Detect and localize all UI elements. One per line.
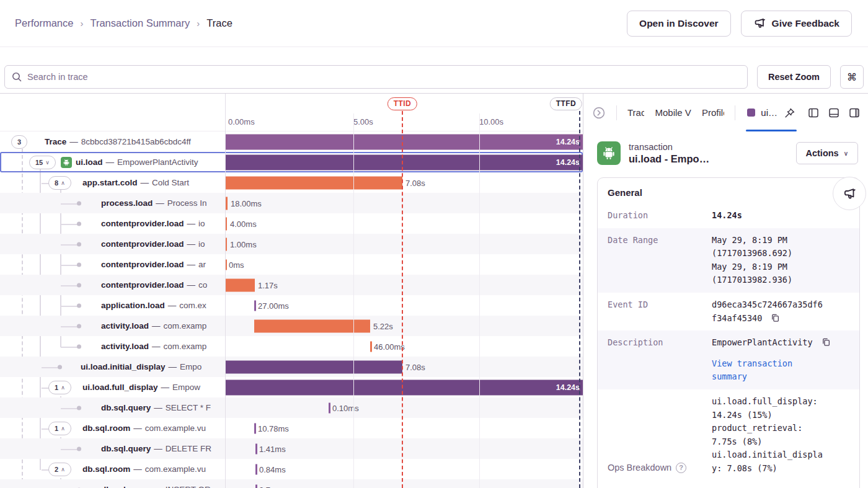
layout-bottom-icon[interactable] xyxy=(828,107,840,119)
reset-zoom-button[interactable]: Reset Zoom xyxy=(757,65,831,89)
separator: — xyxy=(187,280,196,290)
span-tick[interactable] xyxy=(255,443,257,454)
breadcrumb-transaction-summary[interactable]: Transaction Summary xyxy=(90,17,190,29)
view-transaction-summary-link[interactable]: View transaction summary xyxy=(712,357,822,384)
drawer-tabs: Trace Mobile Vit… Profiles ui… xyxy=(583,94,868,131)
pin-tab-icon[interactable] xyxy=(783,107,795,119)
leaf-dot xyxy=(77,446,81,451)
trace-row[interactable]: 8∧app.start.cold—Cold Start7.08s xyxy=(0,172,583,193)
open-in-discover-button[interactable]: Open in Discover xyxy=(627,11,730,37)
tree-cell: 1∧db.sql.room—com.example.vu xyxy=(0,418,225,438)
span-tick[interactable] xyxy=(329,402,330,413)
span-tick[interactable] xyxy=(255,464,257,474)
trace-row[interactable]: db.sql.query—DELETE FR1.41ms xyxy=(0,438,583,459)
trace-row[interactable]: activity.load—com.examp5.22s xyxy=(0,316,583,336)
span-bar[interactable] xyxy=(225,176,402,189)
span-label: contentprovider.load—ar xyxy=(101,254,206,275)
tab-mobile-vitals[interactable]: Mobile Vit… xyxy=(655,107,691,118)
trace-row[interactable]: db.sql.query—SELECT * F0.10ms xyxy=(0,397,583,418)
trace-row[interactable]: contentprovider.load—io1.00ms xyxy=(0,234,583,254)
breadcrumb-performance[interactable]: Performance xyxy=(15,17,73,29)
trace-row[interactable]: contentprovider.load—co1.17s xyxy=(0,275,583,295)
tree-cell: contentprovider.load—io xyxy=(0,213,225,234)
trace-row[interactable]: ui.load.initial_display—Empo7.08s xyxy=(0,357,583,377)
trace-row[interactable]: activity.load—com.examp46.00ms xyxy=(0,336,583,357)
span-count-pill[interactable]: 3 xyxy=(11,135,27,149)
copy-icon[interactable] xyxy=(771,313,780,322)
ttfd-badge[interactable]: TTFD xyxy=(550,97,582,110)
ops-breakdown-row: Ops Breakdown ? ui.load.full_display: 14… xyxy=(598,389,859,481)
tree-cell: activity.load—com.examp xyxy=(0,316,225,336)
trace-waterfall: 0.00ms 5.00s 10.00s 3Trace—8cbbcd38721b4… xyxy=(0,94,583,488)
span-op: contentprovider.load xyxy=(101,219,184,228)
give-feedback-button[interactable]: Give Feedback xyxy=(741,11,852,37)
search-input[interactable] xyxy=(4,65,748,89)
separator: — xyxy=(141,178,149,187)
span-description: com.example.vu xyxy=(145,424,206,433)
trace-row[interactable]: process.load—Process In18.00ms xyxy=(0,193,583,213)
feedback-float-button[interactable] xyxy=(833,177,866,210)
trace-row[interactable]: 2∧db.sql.room—com.example.vu0.84ms xyxy=(0,459,583,479)
span-count-pill[interactable]: 8∧ xyxy=(48,176,71,190)
span-bar[interactable] xyxy=(225,197,228,210)
collapse-drawer-button[interactable] xyxy=(592,106,606,120)
duration-label: 7.08s xyxy=(405,362,425,371)
span-label: process.load—Process In xyxy=(101,193,207,213)
span-count-pill[interactable]: 2∧ xyxy=(48,463,71,476)
span-bar[interactable] xyxy=(225,360,402,373)
span-op: contentprovider.load xyxy=(101,260,184,269)
span-label: ui.load.initial_display—Empo xyxy=(81,357,202,377)
span-count-pill[interactable]: 15∨ xyxy=(29,156,56,169)
span-bar[interactable]: 14.24s xyxy=(225,154,583,170)
tree-cell: 2∧db.sql.room—com.example.vu xyxy=(0,459,225,479)
span-count-pill[interactable]: 1∧ xyxy=(48,422,71,435)
span-bar[interactable]: 14.24s xyxy=(225,134,583,149)
span-bar[interactable] xyxy=(225,278,255,291)
separator: — xyxy=(152,342,161,351)
trace-row[interactable]: 15∨ui.load—EmpowerPlantActivity14.24s xyxy=(0,152,583,172)
span-description: Cold Start xyxy=(152,178,189,187)
span-tick[interactable] xyxy=(255,484,257,488)
span-label: application.load—com.ex xyxy=(101,295,206,316)
duration-label: 46.00ms xyxy=(374,342,405,351)
span-tick[interactable] xyxy=(225,259,227,270)
span-tick[interactable] xyxy=(370,341,372,352)
ops-line: ui.load.initial_displa xyxy=(712,448,823,462)
span-bar[interactable] xyxy=(254,319,370,332)
span-count-pill[interactable]: 1∧ xyxy=(48,381,71,394)
span-bar[interactable] xyxy=(225,237,227,251)
tree-cell: contentprovider.load—io xyxy=(0,234,225,254)
help-icon[interactable]: ? xyxy=(676,463,686,473)
trace-row[interactable]: 1∧ui.load.full_display—Empow14.24s xyxy=(0,377,583,397)
span-tick[interactable] xyxy=(254,423,256,433)
layout-left-icon[interactable] xyxy=(807,107,820,119)
span-bar[interactable]: 14.24s xyxy=(225,379,583,395)
span-tick[interactable] xyxy=(254,300,256,311)
actions-button[interactable]: Actions ∨ xyxy=(796,142,859,164)
span-description: io xyxy=(198,239,205,249)
span-bar[interactable] xyxy=(225,217,227,230)
tree-connector xyxy=(61,449,78,450)
trace-row[interactable]: 3Trace—8cbbcd38721b415ab6cbdc4ff14.24s xyxy=(0,131,583,152)
general-card: General Duration 14.24s Date Range May 2… xyxy=(597,177,860,488)
tab-profiles[interactable]: Profiles xyxy=(702,107,724,118)
trace-row[interactable]: 1∧db.sql.room—com.example.vu10.78ms xyxy=(0,418,583,438)
trace-row[interactable]: contentprovider.load—ar0ms xyxy=(0,254,583,275)
chevron-up-icon: ∧ xyxy=(61,466,65,472)
ops-line: product_retrieval: xyxy=(712,422,823,435)
trace-row[interactable]: contentprovider.load—io4.00ms xyxy=(0,213,583,234)
ttid-badge[interactable]: TTID xyxy=(388,97,417,110)
tab-ui-load-active[interactable]: ui… xyxy=(746,94,797,131)
duration-label: 18.00ms xyxy=(231,198,262,208)
tab-trace[interactable]: Trace xyxy=(627,107,644,118)
trace-row[interactable]: application.load—com.ex27.00ms xyxy=(0,295,583,316)
layout-right-icon[interactable] xyxy=(848,107,861,119)
duration-value: 14.24s xyxy=(712,209,742,223)
shortcuts-button[interactable]: ⌘ xyxy=(840,65,864,89)
trace-row[interactable]: db.sql.query—INSERT OR0.7 xyxy=(0,479,583,488)
copy-icon[interactable] xyxy=(822,337,831,347)
date-range-row: Date Range May 29, 8:19 PM (1717013968.6… xyxy=(598,228,859,293)
description-value: EmpowerPlantActivity View transaction su… xyxy=(712,336,831,384)
leaf-dot xyxy=(77,201,81,205)
transaction-header: transaction ui.load - Empo… Actions ∨ xyxy=(583,131,868,170)
